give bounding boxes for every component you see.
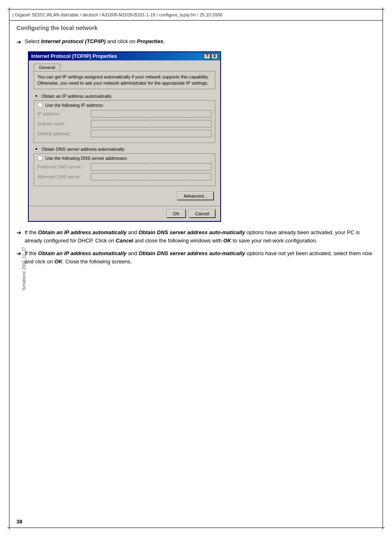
tab-row: General <box>34 64 215 71</box>
alternate-dns-input[interactable]: ··· <box>91 173 212 180</box>
subnet-input[interactable]: ··· <box>91 120 212 127</box>
gateway-input[interactable]: ··· <box>91 130 212 137</box>
ip-address-label: IP address: <box>37 111 91 116</box>
advanced-area: Advanced... <box>34 189 215 203</box>
bullet1-text: If the Obtain an IP address automaticall… <box>25 228 376 244</box>
radio-auto-dns-row: Obtain DNS server address automatically <box>34 146 215 152</box>
ip-address-input[interactable]: ··· <box>91 110 212 118</box>
gateway-label: Default gateway: <box>37 131 91 136</box>
radio-auto-dns-label: Obtain DNS server address automatically <box>42 147 125 152</box>
intro-text: Select Internet protocol (TCP/IP) and cl… <box>25 38 165 45</box>
intro-bold1: Internet protocol (TCP/IP) <box>41 38 106 44</box>
bullet1-arrow: ➔ <box>16 229 21 237</box>
gateway-row: Default gateway: ··· <box>37 130 212 137</box>
manual-ip-group: Use the following IP address: IP address… <box>34 100 215 143</box>
preferred-dns-row: Preferred DNS server: ··· <box>37 163 212 171</box>
intro-instruction: ➔ Select Internet protocol (TCP/IP) and … <box>16 38 376 46</box>
intro-bold2: Properties <box>137 38 163 44</box>
header-text: | Gigaset SE551 WLAN dsl/cable / deutsch… <box>12 12 222 17</box>
main-content: Configuring the local network ➔ Select I… <box>16 21 376 521</box>
preferred-dns-input[interactable]: ··· <box>91 163 212 171</box>
tcpip-dialog: Internet Protocol (TCP/IP) Properties ? … <box>28 51 221 222</box>
dialog-footer: OK Cancel <box>29 206 220 221</box>
radio-manual-ip-label: Use the following IP address: <box>45 103 104 108</box>
radio-manual-dns-label: Use the following DNS server addresses: <box>45 156 128 161</box>
advanced-button[interactable]: Advanced... <box>178 192 214 200</box>
tab-general[interactable]: General <box>34 64 60 71</box>
radio-auto-ip-label: Obtain an IP address automatically <box>42 94 111 99</box>
bullet1-item: ➔ If the Obtain an IP address automatica… <box>16 228 376 244</box>
radio-manual-ip-row: Use the following IP address: <box>37 102 212 108</box>
bullet2-item: ➔ If the Obtain an IP address automatica… <box>16 249 376 265</box>
bullet2-arrow: ➔ <box>16 250 21 258</box>
bullet2-text: If the Obtain an IP address automaticall… <box>25 249 376 265</box>
alternate-dns-label: Alternate DNS server: <box>37 174 91 179</box>
radio-manual-dns-row: Use the following DNS server addresses: <box>37 155 212 161</box>
subnet-row: Subnet mask: ··· <box>37 120 212 127</box>
page-number: 38 <box>16 519 22 525</box>
radio-manual-dns[interactable] <box>37 155 43 161</box>
radio-auto-ip[interactable] <box>34 93 39 99</box>
preferred-dns-label: Preferred DNS server: <box>37 164 91 169</box>
header-bar: | Gigaset SE551 WLAN dsl/cable / deutsch… <box>9 9 383 21</box>
alternate-dns-row: Alternate DNS server: ··· <box>37 173 212 180</box>
radio-auto-dns[interactable] <box>34 146 39 152</box>
subnet-label: Subnet mask: <box>37 121 91 126</box>
radio-auto-ip-row: Obtain an IP address automatically <box>34 93 215 99</box>
titlebar-buttons: ? X <box>204 53 218 59</box>
help-button[interactable]: ? <box>204 53 210 59</box>
ip-address-row: IP address: ··· <box>37 110 212 118</box>
radio-manual-ip[interactable] <box>37 102 43 108</box>
section-heading: Configuring the local network <box>16 25 376 31</box>
intro-arrow: ➔ <box>16 38 21 46</box>
intro-mid: and click on <box>106 38 137 44</box>
cancel-button[interactable]: Cancel <box>189 210 215 218</box>
dialog-title: Internet Protocol (TCP/IP) Properties <box>31 53 117 59</box>
dialog-body: General You can get IP settings assigned… <box>29 60 220 206</box>
dialog-titlebar: Internet Protocol (TCP/IP) Properties ? … <box>29 52 220 60</box>
dialog-info-text: You can get IP settings assigned automat… <box>34 71 215 90</box>
ok-button[interactable]: OK <box>167 210 186 218</box>
close-button[interactable]: X <box>211 53 218 59</box>
manual-dns-group: Use the following DNS server addresses: … <box>34 153 215 186</box>
